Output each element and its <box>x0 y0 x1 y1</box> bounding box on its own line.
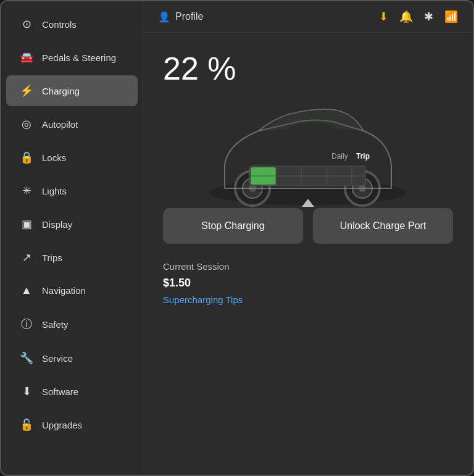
locks-icon: 🔒 <box>20 151 33 164</box>
sidebar-label-lights: Lights <box>42 186 67 196</box>
supercharging-tips-link[interactable]: Supercharging Tips <box>163 294 453 305</box>
sidebar-label-software: Software <box>42 386 78 397</box>
profile-icon: 👤 <box>158 11 170 23</box>
display-icon: ▣ <box>20 217 33 231</box>
sidebar-item-locks[interactable]: 🔒Locks <box>6 142 138 173</box>
stop-charging-button[interactable]: Stop Charging <box>163 208 303 244</box>
sidebar-label-safety: Safety <box>42 319 69 330</box>
autopilot-icon: ◎ <box>20 117 33 131</box>
charging-icon: ⚡ <box>20 84 33 98</box>
charging-body: 22 % <box>143 33 473 475</box>
signal-icon: 📶 <box>444 10 458 23</box>
safety-icon: ⓘ <box>20 317 33 332</box>
sidebar-item-pedals[interactable]: 🚘Pedals & Steering <box>6 42 138 73</box>
sidebar-item-charging[interactable]: ⚡Charging <box>6 75 138 106</box>
battery-percentage: 22 % <box>163 50 453 87</box>
pedals-icon: 🚘 <box>20 51 33 64</box>
upgrades-icon: 🔓 <box>20 418 33 432</box>
sidebar-label-display: Display <box>42 219 72 230</box>
sidebar-label-charging: Charging <box>42 86 80 96</box>
sidebar-item-software[interactable]: ⬇Software <box>6 376 138 407</box>
navigation-icon: ▲ <box>20 284 33 297</box>
session-section: Current Session $1.50 Supercharging Tips <box>163 261 453 305</box>
profile-label: Profile <box>175 11 203 22</box>
notification-icon[interactable]: 🔔 <box>399 10 413 23</box>
sidebar-label-controls: Controls <box>42 19 77 30</box>
sidebar-item-lights[interactable]: ✳Lights <box>6 175 138 206</box>
sidebar-label-trips: Trips <box>42 253 62 263</box>
trips-icon: ↗ <box>20 251 33 264</box>
service-icon: 🔧 <box>20 351 33 365</box>
action-buttons: Stop Charging Unlock Charge Port <box>163 208 453 244</box>
sidebar-item-navigation[interactable]: ▲Navigation <box>6 275 138 306</box>
sidebar-label-autopilot: Autopilot <box>42 119 78 130</box>
sidebar-item-service[interactable]: 🔧Service <box>6 343 138 374</box>
sidebar-item-trips[interactable]: ↗Trips <box>6 242 138 273</box>
profile-section[interactable]: 👤 Profile <box>158 11 203 23</box>
sidebar-label-locks: Locks <box>42 152 66 163</box>
sidebar-label-pedals: Pedals & Steering <box>42 52 116 63</box>
sidebar-label-upgrades: Upgrades <box>42 420 82 430</box>
sidebar: ⊙Controls🚘Pedals & Steering⚡Charging◎Aut… <box>1 1 143 475</box>
svg-text:Trip: Trip <box>356 152 370 161</box>
download-icon[interactable]: ⬇ <box>379 10 388 23</box>
sidebar-item-autopilot[interactable]: ◎Autopilot <box>6 109 138 140</box>
sidebar-item-upgrades[interactable]: 🔓Upgrades <box>6 409 138 440</box>
unlock-charge-port-button[interactable]: Unlock Charge Port <box>313 208 453 244</box>
header-icons: ⬇ 🔔 ✱ 📶 <box>379 10 458 23</box>
lights-icon: ✳ <box>20 184 33 198</box>
car-svg: Daily Trip <box>191 97 425 208</box>
sidebar-item-controls[interactable]: ⊙Controls <box>6 9 138 40</box>
sidebar-item-display[interactable]: ▣Display <box>6 209 138 240</box>
session-label: Current Session <box>163 261 453 272</box>
sidebar-item-safety[interactable]: ⓘSafety <box>6 308 138 340</box>
controls-icon: ⊙ <box>20 17 33 31</box>
svg-text:Daily: Daily <box>331 152 348 161</box>
sidebar-label-navigation: Navigation <box>42 285 86 296</box>
software-icon: ⬇ <box>20 385 33 398</box>
main-content: 👤 Profile ⬇ 🔔 ✱ 📶 22 % <box>143 1 473 475</box>
bluetooth-icon[interactable]: ✱ <box>424 10 433 23</box>
header: 👤 Profile ⬇ 🔔 ✱ 📶 <box>143 1 473 33</box>
car-visualization: Daily Trip <box>163 97 453 208</box>
sidebar-label-service: Service <box>42 353 73 364</box>
session-amount: $1.50 <box>163 277 453 290</box>
